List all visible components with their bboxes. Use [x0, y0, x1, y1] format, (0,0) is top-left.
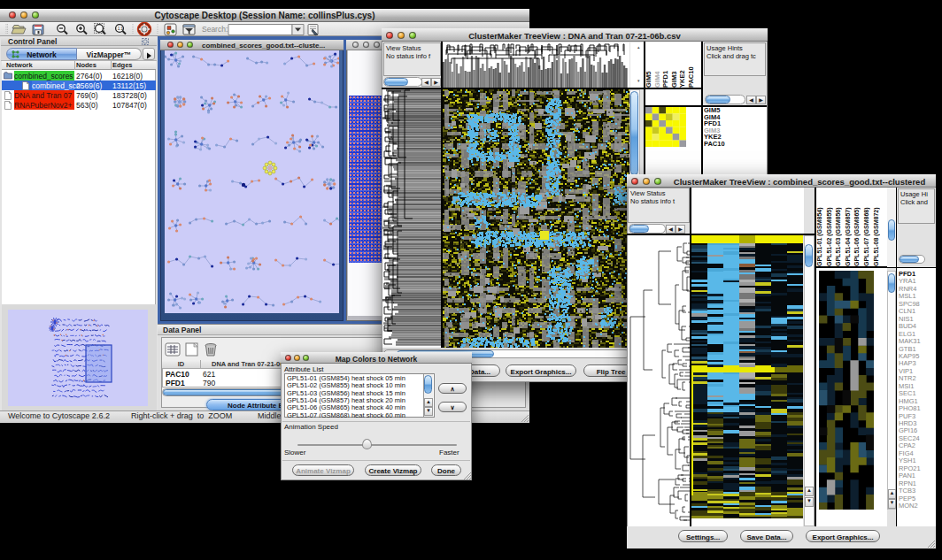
svg-text:Search:: Search:	[202, 25, 228, 34]
svg-text:1:1: 1:1	[118, 27, 124, 31]
